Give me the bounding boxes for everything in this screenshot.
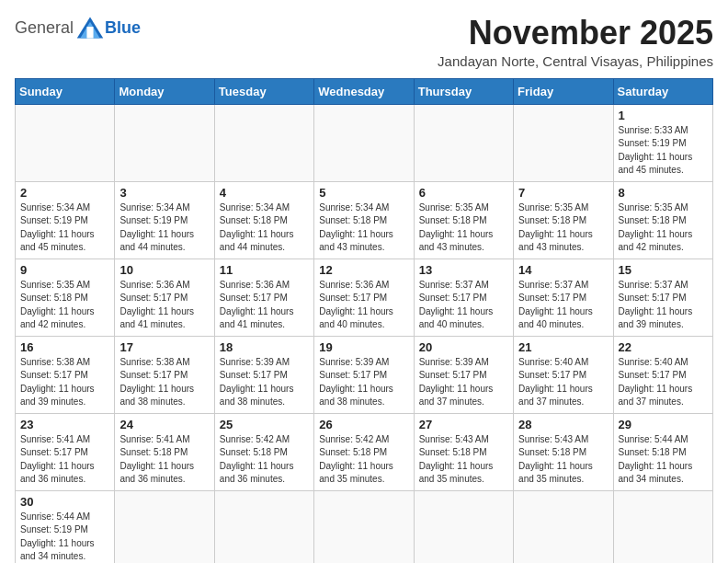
calendar-cell: 7Sunrise: 5:35 AM Sunset: 5:18 PM Daylig… xyxy=(514,181,613,259)
day-info: Sunrise: 5:36 AM Sunset: 5:17 PM Dayligh… xyxy=(119,279,209,332)
calendar-cell: 3Sunrise: 5:34 AM Sunset: 5:19 PM Daylig… xyxy=(115,181,214,259)
calendar-cell xyxy=(16,104,115,181)
day-info: Sunrise: 5:42 AM Sunset: 5:18 PM Dayligh… xyxy=(220,433,309,487)
day-info: Sunrise: 5:36 AM Sunset: 5:17 PM Dayligh… xyxy=(319,279,408,332)
calendar-week-row: 23Sunrise: 5:41 AM Sunset: 5:17 PM Dayli… xyxy=(16,413,713,490)
day-info: Sunrise: 5:44 AM Sunset: 5:19 PM Dayligh… xyxy=(20,511,109,563)
calendar-cell: 10Sunrise: 5:36 AM Sunset: 5:17 PM Dayli… xyxy=(115,259,214,336)
calendar-cell xyxy=(514,490,613,563)
calendar-cell xyxy=(414,104,513,181)
calendar-cell: 24Sunrise: 5:41 AM Sunset: 5:18 PM Dayli… xyxy=(115,413,214,490)
day-info: Sunrise: 5:39 AM Sunset: 5:17 PM Dayligh… xyxy=(419,356,508,409)
logo-icon xyxy=(75,15,105,40)
day-info: Sunrise: 5:38 AM Sunset: 5:17 PM Dayligh… xyxy=(20,356,109,409)
day-number: 5 xyxy=(319,186,408,200)
calendar-week-row: 2Sunrise: 5:34 AM Sunset: 5:19 PM Daylig… xyxy=(16,181,713,259)
calendar-week-row: 1Sunrise: 5:33 AM Sunset: 5:19 PM Daylig… xyxy=(16,104,713,181)
day-number: 21 xyxy=(518,340,608,354)
calendar-cell: 20Sunrise: 5:39 AM Sunset: 5:17 PM Dayli… xyxy=(414,336,513,413)
day-number: 7 xyxy=(518,186,608,200)
calendar-cell: 18Sunrise: 5:39 AM Sunset: 5:17 PM Dayli… xyxy=(214,336,313,413)
day-info: Sunrise: 5:41 AM Sunset: 5:18 PM Dayligh… xyxy=(119,433,209,487)
calendar-cell: 17Sunrise: 5:38 AM Sunset: 5:17 PM Dayli… xyxy=(115,336,214,413)
day-info: Sunrise: 5:43 AM Sunset: 5:18 PM Dayligh… xyxy=(419,433,508,487)
weekday-header-saturday: Saturday xyxy=(613,78,712,104)
logo-general-text: General xyxy=(15,18,74,38)
calendar-cell xyxy=(214,104,313,181)
calendar-cell xyxy=(214,490,313,563)
day-info: Sunrise: 5:33 AM Sunset: 5:19 PM Dayligh… xyxy=(619,124,708,178)
weekday-header-row: SundayMondayTuesdayWednesdayThursdayFrid… xyxy=(16,78,713,104)
calendar-cell xyxy=(414,490,513,563)
weekday-header-thursday: Thursday xyxy=(414,78,513,104)
calendar-week-row: 30Sunrise: 5:44 AM Sunset: 5:19 PM Dayli… xyxy=(16,490,713,563)
logo-blue-text: Blue xyxy=(105,18,141,38)
calendar-cell xyxy=(514,104,613,181)
day-number: 26 xyxy=(319,418,408,431)
day-number: 23 xyxy=(20,418,109,431)
day-number: 14 xyxy=(518,263,608,277)
weekday-header-wednesday: Wednesday xyxy=(314,78,414,104)
day-number: 8 xyxy=(619,186,708,200)
location-subtitle: Jandayan Norte, Central Visayas, Philipp… xyxy=(438,53,713,69)
calendar-cell: 23Sunrise: 5:41 AM Sunset: 5:17 PM Dayli… xyxy=(16,413,115,490)
calendar-cell xyxy=(613,490,712,563)
day-info: Sunrise: 5:34 AM Sunset: 5:18 PM Dayligh… xyxy=(319,201,408,255)
day-info: Sunrise: 5:39 AM Sunset: 5:17 PM Dayligh… xyxy=(220,356,309,409)
day-number: 30 xyxy=(20,495,109,509)
day-info: Sunrise: 5:38 AM Sunset: 5:17 PM Dayligh… xyxy=(119,356,209,409)
svg-rect-2 xyxy=(86,27,93,38)
day-number: 22 xyxy=(619,340,708,354)
month-title: November 2025 xyxy=(438,15,713,52)
calendar-cell: 21Sunrise: 5:40 AM Sunset: 5:17 PM Dayli… xyxy=(514,336,613,413)
day-info: Sunrise: 5:42 AM Sunset: 5:18 PM Dayligh… xyxy=(319,433,408,487)
day-info: Sunrise: 5:35 AM Sunset: 5:18 PM Dayligh… xyxy=(518,201,608,255)
day-info: Sunrise: 5:40 AM Sunset: 5:17 PM Dayligh… xyxy=(619,356,708,409)
day-number: 24 xyxy=(119,418,209,431)
day-info: Sunrise: 5:35 AM Sunset: 5:18 PM Dayligh… xyxy=(20,279,109,332)
calendar-cell xyxy=(314,104,414,181)
calendar-cell: 5Sunrise: 5:34 AM Sunset: 5:18 PM Daylig… xyxy=(314,181,414,259)
calendar-cell: 12Sunrise: 5:36 AM Sunset: 5:17 PM Dayli… xyxy=(314,259,414,336)
day-number: 20 xyxy=(419,340,508,354)
calendar-table: SundayMondayTuesdayWednesdayThursdayFrid… xyxy=(15,78,713,563)
day-number: 12 xyxy=(319,263,408,277)
day-number: 19 xyxy=(319,340,408,354)
calendar-cell: 11Sunrise: 5:36 AM Sunset: 5:17 PM Dayli… xyxy=(214,259,313,336)
day-number: 17 xyxy=(119,340,209,354)
day-number: 4 xyxy=(220,186,309,200)
day-number: 6 xyxy=(419,186,508,200)
day-number: 27 xyxy=(419,418,508,431)
day-info: Sunrise: 5:37 AM Sunset: 5:17 PM Dayligh… xyxy=(619,279,708,332)
day-info: Sunrise: 5:36 AM Sunset: 5:17 PM Dayligh… xyxy=(220,279,309,332)
day-info: Sunrise: 5:37 AM Sunset: 5:17 PM Dayligh… xyxy=(518,279,608,332)
day-number: 9 xyxy=(20,263,109,277)
calendar-cell: 27Sunrise: 5:43 AM Sunset: 5:18 PM Dayli… xyxy=(414,413,513,490)
day-number: 18 xyxy=(220,340,309,354)
logo-area: General Blue xyxy=(15,15,141,40)
calendar-cell: 25Sunrise: 5:42 AM Sunset: 5:18 PM Dayli… xyxy=(214,413,313,490)
day-number: 29 xyxy=(619,418,708,431)
day-info: Sunrise: 5:40 AM Sunset: 5:17 PM Dayligh… xyxy=(518,356,608,409)
title-area: November 2025 Jandayan Norte, Central Vi… xyxy=(438,15,713,69)
calendar-cell: 1Sunrise: 5:33 AM Sunset: 5:19 PM Daylig… xyxy=(613,104,712,181)
calendar-week-row: 9Sunrise: 5:35 AM Sunset: 5:18 PM Daylig… xyxy=(16,259,713,336)
calendar-cell: 15Sunrise: 5:37 AM Sunset: 5:17 PM Dayli… xyxy=(613,259,712,336)
day-info: Sunrise: 5:41 AM Sunset: 5:17 PM Dayligh… xyxy=(20,433,109,487)
day-info: Sunrise: 5:37 AM Sunset: 5:17 PM Dayligh… xyxy=(419,279,508,332)
day-number: 15 xyxy=(619,263,708,277)
day-info: Sunrise: 5:44 AM Sunset: 5:18 PM Dayligh… xyxy=(619,433,708,487)
calendar-cell: 30Sunrise: 5:44 AM Sunset: 5:19 PM Dayli… xyxy=(16,490,115,563)
calendar-cell: 28Sunrise: 5:43 AM Sunset: 5:18 PM Dayli… xyxy=(514,413,613,490)
day-number: 1 xyxy=(619,109,708,122)
calendar-cell: 8Sunrise: 5:35 AM Sunset: 5:18 PM Daylig… xyxy=(613,181,712,259)
day-number: 2 xyxy=(20,186,109,200)
calendar-cell: 29Sunrise: 5:44 AM Sunset: 5:18 PM Dayli… xyxy=(613,413,712,490)
day-number: 13 xyxy=(419,263,508,277)
calendar-cell: 13Sunrise: 5:37 AM Sunset: 5:17 PM Dayli… xyxy=(414,259,513,336)
weekday-header-friday: Friday xyxy=(514,78,613,104)
calendar-cell xyxy=(314,490,414,563)
day-number: 16 xyxy=(20,340,109,354)
calendar-cell: 26Sunrise: 5:42 AM Sunset: 5:18 PM Dayli… xyxy=(314,413,414,490)
day-number: 25 xyxy=(220,418,309,431)
